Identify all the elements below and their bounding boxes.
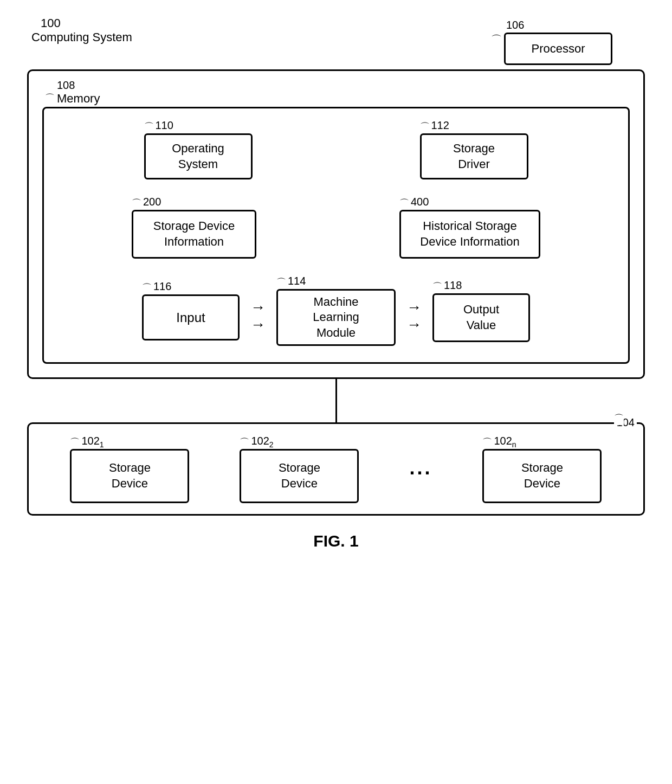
os-box: Operating System [144, 133, 253, 179]
processor-box: Processor [504, 33, 612, 65]
output-item: ⌒ 118 Output Value [432, 279, 530, 342]
input-item: ⌒ 116 Input [142, 280, 240, 340]
storage-device-1-box: Storage Device [70, 449, 189, 503]
arrow-to-output-2: → [406, 317, 422, 332]
storage-driver-box: Storage Driver [420, 133, 528, 179]
ellipsis: ... [409, 457, 432, 479]
storage-device-n-item: ⌒ 102n Storage Device [482, 435, 602, 503]
sub-1: 1 [100, 440, 104, 449]
memory-container: ⌒ 110 Operating System ⌒ 112 Storage Dri… [42, 107, 630, 364]
output-box: Output Value [432, 293, 530, 342]
sdi-box: Storage Device Information [132, 210, 256, 259]
ref-118: 118 [444, 279, 462, 292]
label-computing-system: Computing System [31, 30, 132, 44]
os-item: ⌒ 110 Operating System [144, 119, 253, 179]
storage-driver-item: ⌒ 112 Storage Driver [420, 119, 528, 179]
ref-110: 110 [156, 119, 173, 132]
ml-item: ⌒ 114 Machine Learning Module [276, 275, 396, 346]
ref-102-2: 1022 [251, 435, 273, 449]
fig-label: FIG. 1 [313, 532, 358, 550]
ref-112: 112 [431, 119, 449, 132]
ref-102-n: 102n [494, 435, 516, 449]
ref-100: 100 [41, 16, 61, 30]
storage-section: 104 ⌒ ⌒ 1021 Storage Device ⌒ 1022 Stora… [27, 422, 645, 516]
sdi-item: ⌒ 200 Storage Device Information [132, 196, 256, 259]
storage-device-2-item: ⌒ 1022 Storage Device [240, 435, 359, 503]
vertical-connector [335, 379, 337, 422]
label-memory: Memory [57, 92, 100, 106]
ref-102-1: 1021 [81, 435, 104, 449]
storage-device-2-box: Storage Device [240, 449, 359, 503]
historical-item: ⌒ 400 Historical Storage Device Informat… [399, 196, 540, 259]
storage-device-1-item: ⌒ 1021 Storage Device [70, 435, 189, 503]
sub-2: 2 [269, 440, 274, 449]
ref-114: 114 [288, 275, 306, 287]
ref-106: 106 [506, 19, 524, 31]
arrow-to-ml-1: → [250, 300, 266, 315]
arrow-to-output-1: → [406, 300, 422, 315]
ml-box: Machine Learning Module [276, 289, 396, 346]
computing-system-container: 108 ⌒ Memory ⌒ 110 Operating System [27, 69, 645, 379]
ref-200: 200 [143, 196, 161, 208]
historical-box: Historical Storage Device Information [399, 210, 540, 259]
ref-116: 116 [153, 280, 171, 293]
ref-108: 108 [57, 79, 75, 92]
ref-400: 400 [411, 196, 429, 208]
diagram: 100 Computing System 106 ⌒ Processor 108… [22, 16, 650, 550]
arrow-to-ml-2: → [250, 317, 266, 332]
sub-n: n [512, 440, 516, 449]
input-box: Input [142, 294, 240, 340]
storage-device-n-box: Storage Device [482, 449, 602, 503]
